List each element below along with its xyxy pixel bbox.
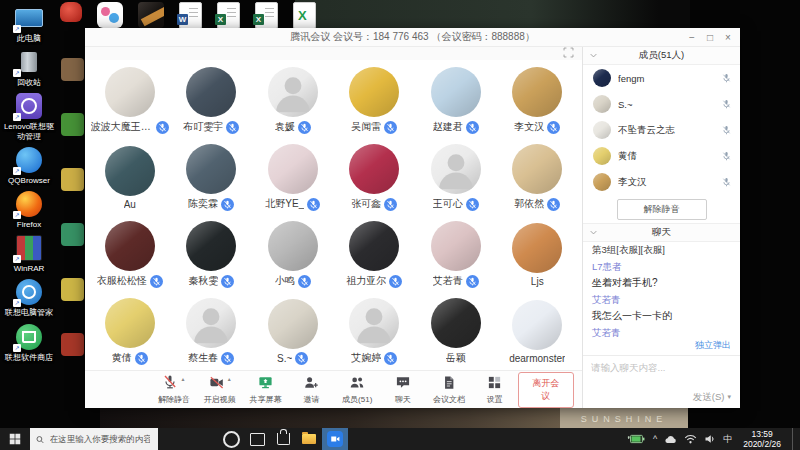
file-explorer-button[interactable] <box>296 428 322 450</box>
toolbar-video-button[interactable]: ▲开启视频 <box>197 375 243 405</box>
chevron-up-icon[interactable]: ▲ <box>180 376 185 382</box>
participant-tile[interactable]: S.~ <box>252 293 334 370</box>
desktop-icon-recycle[interactable]: ↗回收站 <box>0 48 58 87</box>
ime-indicator[interactable]: 中 <box>723 433 732 446</box>
send-button[interactable]: 发送(S) <box>693 391 725 404</box>
participant-tile[interactable]: Au <box>89 139 171 216</box>
desktop-icon-firefox[interactable]: ↗Firefox <box>0 190 58 229</box>
onedrive-cloud-icon[interactable] <box>664 434 677 444</box>
participant-tile[interactable]: 陈奕霖 <box>171 139 253 216</box>
participant-tile[interactable]: dearmonster <box>497 293 579 370</box>
member-row[interactable]: 不坠青云之志 <box>583 117 740 143</box>
participant-tile[interactable]: 艾若青 <box>415 216 497 293</box>
member-mic-icon[interactable] <box>721 150 732 163</box>
toolbar-unmute-button[interactable]: ▲解除静音 <box>151 375 197 405</box>
participant-tile[interactable]: 李文汉 <box>497 62 579 139</box>
chevron-down-icon[interactable]: ▾ <box>727 393 731 401</box>
chevron-down-icon[interactable] <box>589 228 598 239</box>
participant-tile[interactable]: 布叮雯宇 <box>171 62 253 139</box>
fullscreen-icon[interactable] <box>563 47 574 60</box>
desktop-icon-partial[interactable] <box>61 58 84 81</box>
toolbar-docs-button[interactable]: 会议文档 <box>426 375 472 405</box>
minimize-icon[interactable]: − <box>684 32 700 43</box>
desktop-icon-partial[interactable] <box>61 223 84 246</box>
member-mic-icon[interactable] <box>721 124 732 137</box>
desktop-icon-lenovo-driver[interactable]: ↗Lenovo联想驱动管理 <box>0 92 58 140</box>
toolbar-settings-button[interactable]: 设置 <box>472 375 518 405</box>
volume-icon[interactable] <box>704 434 716 444</box>
desktop-icon-excel[interactable]: X <box>217 2 240 29</box>
cortana-button[interactable] <box>218 428 244 450</box>
chat-popout-link[interactable]: 独立弹出 <box>695 339 731 355</box>
participant-tile[interactable]: 祖力亚尔 <box>334 216 416 293</box>
participant-tile[interactable]: 袁媛 <box>252 62 334 139</box>
desktop-icon-excel[interactable]: X <box>255 2 278 29</box>
desktop-icon-pc[interactable]: ↗此电脑 <box>0 4 58 43</box>
participant-tile[interactable]: 衣服松松怪 <box>89 216 171 293</box>
member-row[interactable]: S.~ <box>583 91 740 117</box>
store-button[interactable] <box>270 428 296 450</box>
toolbar-chat-button[interactable]: 聊天 <box>380 375 426 405</box>
chevron-up-icon[interactable]: ▲ <box>227 376 232 382</box>
taskbar-search[interactable] <box>30 428 158 450</box>
member-mic-icon[interactable] <box>721 176 732 189</box>
participant-tile[interactable]: 波波大魔王哈哈... <box>89 62 171 139</box>
chat-message-list[interactable]: 第3组[衣服][衣服]L7患者坐着对着手机?艾若青我怎么一卡一卡的艾若青QAQ <box>583 242 740 339</box>
participant-tile[interactable]: 张可鑫 <box>334 139 416 216</box>
leave-meeting-button[interactable]: 离开会议 <box>518 372 574 408</box>
chat-panel-header[interactable]: 聊天 <box>583 224 740 242</box>
toolbar-invite-button[interactable]: 邀请 <box>288 375 334 405</box>
maximize-icon[interactable]: □ <box>702 32 718 43</box>
desktop-icon-excel2[interactable]: X <box>293 2 316 29</box>
tencent-meeting-taskbar-button[interactable] <box>322 428 348 450</box>
participant-tile[interactable]: 赵建君 <box>415 62 497 139</box>
show-desktop-button[interactable] <box>792 428 798 450</box>
desktop-icon-partial[interactable] <box>61 113 84 136</box>
desktop-icon-game[interactable] <box>138 2 164 28</box>
task-view-button[interactable] <box>244 428 270 450</box>
participant-tile[interactable]: 蔡生春 <box>171 293 253 370</box>
participant-tile[interactable]: Ljs <box>497 216 579 293</box>
participant-tile[interactable]: 小鸣 <box>252 216 334 293</box>
participant-tile[interactable]: 北野YE_ <box>252 139 334 216</box>
participant-tile[interactable]: 郭依然 <box>497 139 579 216</box>
members-panel-header[interactable]: 成员(51人) <box>583 47 740 65</box>
participant-tile[interactable]: 岳颖 <box>415 293 497 370</box>
desktop-icon-word[interactable]: W <box>179 2 202 29</box>
desktop-icon-partial[interactable] <box>61 278 84 301</box>
start-button[interactable] <box>0 428 30 450</box>
wifi-icon[interactable] <box>684 434 697 444</box>
member-mic-icon[interactable] <box>721 98 732 111</box>
chat-input[interactable] <box>583 356 740 379</box>
member-row[interactable]: fengm <box>583 65 740 91</box>
chevron-down-icon[interactable] <box>589 51 598 62</box>
desktop-icon-partial[interactable] <box>61 333 84 356</box>
toolbar-label: 设置 <box>487 394 503 405</box>
pc-icon: ↗ <box>14 4 44 32</box>
member-row[interactable]: 黄倩 <box>583 143 740 169</box>
battery-icon[interactable] <box>626 433 646 445</box>
toolbar-members-button[interactable]: 成员(51) <box>334 375 380 405</box>
participant-tile[interactable]: 秦秋雯 <box>171 216 253 293</box>
clock[interactable]: 13:59 2020/2/26 <box>739 429 785 449</box>
toolbar-share-button[interactable]: 共享屏幕 <box>243 375 289 405</box>
participant-tile[interactable]: 王可心 <box>415 139 497 216</box>
desktop-icon-partial[interactable] <box>61 168 84 191</box>
unmute-button[interactable]: 解除静音 <box>617 199 707 220</box>
member-avatar <box>593 121 611 139</box>
member-row[interactable]: 李文汉 <box>583 169 740 195</box>
window-titlebar[interactable]: 腾讯会议 会议号：184 776 463 （会议密码：888888） − □ × <box>85 28 740 47</box>
desktop-icon-bird[interactable] <box>60 2 82 22</box>
participant-tile[interactable]: 黄倩 <box>89 293 171 370</box>
member-mic-icon[interactable] <box>721 72 732 85</box>
search-input[interactable] <box>48 433 152 445</box>
participant-tile[interactable]: 艾婉婷 <box>334 293 416 370</box>
desktop-icon-molecule[interactable] <box>97 2 123 28</box>
participant-tile[interactable]: 吴闻雷 <box>334 62 416 139</box>
hidden-icons-chevron[interactable]: ^ <box>653 434 657 444</box>
desktop-icon-lenovo-manager[interactable]: ↗联想电脑管家 <box>0 278 58 317</box>
desktop-icon-qqbrowser[interactable]: ↗QQBrowser <box>0 146 58 185</box>
desktop-icon-lenovo-store[interactable]: ↗联想软件商店 <box>0 323 58 362</box>
close-icon[interactable]: × <box>720 32 736 43</box>
desktop-icon-winrar[interactable]: ↗WinRAR <box>0 234 58 273</box>
